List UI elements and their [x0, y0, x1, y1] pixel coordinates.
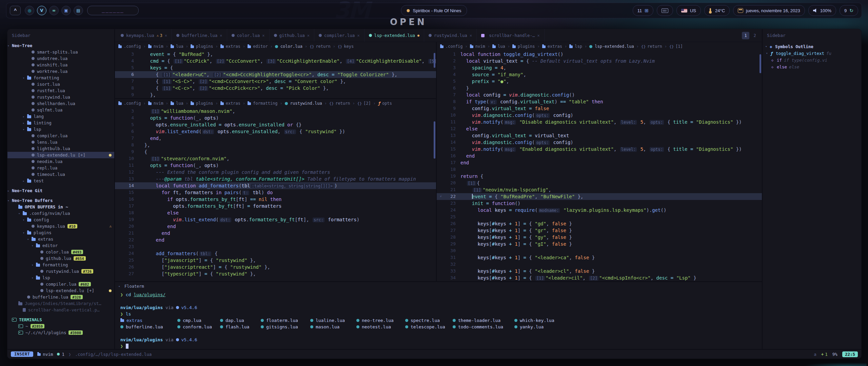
scrollbar-handle[interactable]: [434, 121, 435, 159]
section-header-neo-tree[interactable]: ▾Neo-Tree: [7, 42, 114, 49]
section-header-terminals[interactable]: TERMINALS: [7, 317, 114, 323]
breadcrumb-item[interactable]: nvim: [154, 44, 163, 49]
tab-github-lua[interactable]: github.lua×: [270, 29, 315, 42]
outline-item[interactable]: ▾ƒtoggle_diag_virtextfu: [763, 50, 861, 57]
tree-item[interactable]: rustywind.lua#726: [7, 268, 114, 274]
tree-item[interactable]: neodim.lua: [7, 158, 114, 165]
breadcrumb-item[interactable]: nvim: [475, 44, 485, 49]
tree-item[interactable]: repl.lua: [7, 165, 114, 171]
keyboard-module[interactable]: [657, 5, 673, 16]
breadcrumb-item[interactable]: keys: [344, 44, 354, 49]
windows-module[interactable]: 11⊞: [633, 5, 653, 16]
breadcrumb-item[interactable]: .config: [446, 44, 463, 49]
breadcrumb-item[interactable]: [1]: [675, 44, 683, 49]
tree-item[interactable]: timeout.lua: [7, 171, 114, 178]
tab-compiler-lua[interactable]: compiler.lua×: [314, 29, 364, 42]
tree-item[interactable]: isort.lua: [7, 81, 114, 87]
workspace-button-5[interactable]: ▤: [74, 6, 83, 15]
close-icon[interactable]: ×: [357, 33, 359, 38]
close-icon[interactable]: ×: [470, 33, 472, 38]
outline-item[interactable]: ◇ifif type(config.vi: [763, 57, 861, 63]
tree-item[interactable]: rustywind.lua: [7, 94, 114, 100]
tab-bufferline-lua[interactable]: bufferline.lua×: [172, 29, 227, 42]
workspace-button-3[interactable]: ∞: [49, 6, 59, 15]
tab-lsp-extended-lua[interactable]: lsp-extended.lua●: [364, 29, 424, 42]
close-icon[interactable]: ×: [262, 33, 264, 38]
tree-item[interactable]: scrollbar-handle-vertical.p…: [7, 307, 114, 313]
scrollbar-handle[interactable]: [760, 54, 761, 73]
tree-item[interactable]: ~/.c/n/l/plugins#3980: [7, 329, 114, 336]
tree-item[interactable]: ▾lsp: [7, 126, 114, 133]
code-area[interactable]: 3 event = { "BufRead" },4 cmd = { [1]"Cc…: [115, 51, 436, 98]
workspace-button-4[interactable]: ▣: [61, 6, 71, 15]
code-area[interactable]: 3 [1]"williamboman/mason.nvim",4 opts = …: [115, 108, 436, 281]
tree-item[interactable]: ▾config: [7, 217, 114, 223]
breadcrumb-item[interactable]: return: [316, 44, 330, 49]
tree-item[interactable]: ▾formatting: [7, 75, 114, 81]
terminal-output[interactable]: ❯ cd lua/plugins/nvim/lua/plugins viav5.…: [115, 291, 762, 349]
breadcrumb-item[interactable]: lsp-extended.lua: [595, 44, 634, 49]
breadcrumb-item[interactable]: lua: [176, 101, 183, 106]
close-icon[interactable]: ×: [165, 33, 167, 38]
tree-item[interactable]: rustfmt.lua: [7, 87, 114, 94]
tree-item[interactable]: ▾lsp: [7, 274, 114, 281]
section-header-neo-tree-git[interactable]: ▸Neo-Tree Git: [7, 187, 114, 194]
close-icon[interactable]: ×: [537, 33, 540, 38]
tree-item[interactable]: compiler.lua: [7, 133, 114, 139]
breadcrumb-item[interactable]: opts: [382, 101, 392, 106]
breadcrumb-item[interactable]: lsp: [575, 44, 582, 49]
tree-item[interactable]: ▾formatting: [7, 262, 114, 268]
tree-item[interactable]: compiler.lua#682: [7, 281, 114, 287]
tree-item[interactable]: shellharden.lua: [7, 100, 114, 107]
tree-item[interactable]: ▸linting: [7, 120, 114, 126]
breadcrumb-item[interactable]: plugins: [196, 44, 213, 49]
tree-item[interactable]: color.lua#493: [7, 249, 114, 255]
code-area[interactable]: 1local function toggle_diag_virtext()2 l…: [437, 51, 762, 281]
section-header-neo-tree-buffers[interactable]: ▾Neo-Tree Buffers: [7, 197, 114, 204]
breadcrumb-item[interactable]: lua: [176, 44, 183, 49]
breadcrumb-item[interactable]: [2]: [363, 101, 371, 106]
breadcrumb-item[interactable]: rustywind.lua: [290, 101, 322, 106]
tree-item[interactable]: ▾plugins: [7, 229, 114, 236]
breadcrumb-item[interactable]: formatting: [253, 101, 277, 106]
tab-color-lua[interactable]: color.lua×: [227, 29, 270, 42]
tree-item[interactable]: Juegos/Indies/SteamLibrary/st…: [7, 300, 114, 307]
outline-item[interactable]: ◇elseelse: [763, 63, 861, 70]
layout-module[interactable]: US: [676, 5, 701, 16]
tree-item[interactable]: winshift.lua: [7, 62, 114, 68]
launcher-button[interactable]: ^: [10, 6, 21, 15]
updates-module[interactable]: 9↻: [840, 5, 858, 16]
tree-item[interactable]: ~#2859: [7, 323, 114, 329]
tree-item[interactable]: lens.lua: [7, 139, 114, 145]
media-player-module[interactable]: Spiritbox - Rule Of Nines: [401, 5, 467, 16]
tree-item[interactable]: bufferline.lua#328: [7, 294, 114, 300]
breadcrumb-item[interactable]: plugins: [196, 101, 213, 106]
tree-item[interactable]: OPEN BUFFERS in ~: [7, 204, 114, 210]
tab-scrollbar-handle-[interactable]: scrollbar-handle-…×: [477, 29, 545, 42]
breadcrumb-item[interactable]: extras: [226, 101, 240, 106]
workspace-button-1[interactable]: ◎: [25, 6, 34, 15]
tree-item[interactable]: ▸lang: [7, 113, 114, 120]
clock-module[interactable]: jueves, noviembre 16, 2023: [733, 5, 805, 16]
tree-item[interactable]: ▾editor: [7, 242, 114, 249]
tree-item[interactable]: lsp-extended.lu [+]: [7, 287, 114, 294]
tree-item[interactable]: sqlfmt.lua: [7, 107, 114, 113]
window-title-pill[interactable]: ______: [87, 6, 139, 15]
close-icon[interactable]: ×: [307, 33, 310, 38]
breadcrumb-item[interactable]: return: [647, 44, 662, 49]
volume-module[interactable]: 100%: [808, 5, 836, 16]
symbols-outline-header[interactable]: ▾◈Symbols Outline: [763, 43, 861, 50]
tree-item[interactable]: smart-splits.lua: [7, 49, 114, 55]
tree-item[interactable]: github.lua#654: [7, 255, 114, 262]
tabpage-1[interactable]: 1: [742, 32, 749, 39]
tree-item[interactable]: ▾extras: [7, 236, 114, 242]
tree-item[interactable]: lsp-extended.lu [+]: [7, 152, 114, 158]
temperature-module[interactable]: 24°C: [704, 5, 730, 16]
tab-keymaps-lua[interactable]: keymaps.lua⚠3×: [116, 29, 172, 42]
breadcrumb-item[interactable]: plugins: [518, 44, 535, 49]
breadcrumb-item[interactable]: lua: [498, 44, 505, 49]
tree-item[interactable]: keymaps.lua#10⚠: [7, 223, 114, 229]
breadcrumb-item[interactable]: extras: [548, 44, 562, 49]
breadcrumb-item[interactable]: editor: [253, 44, 268, 49]
tabpage-2[interactable]: 2: [751, 32, 758, 39]
